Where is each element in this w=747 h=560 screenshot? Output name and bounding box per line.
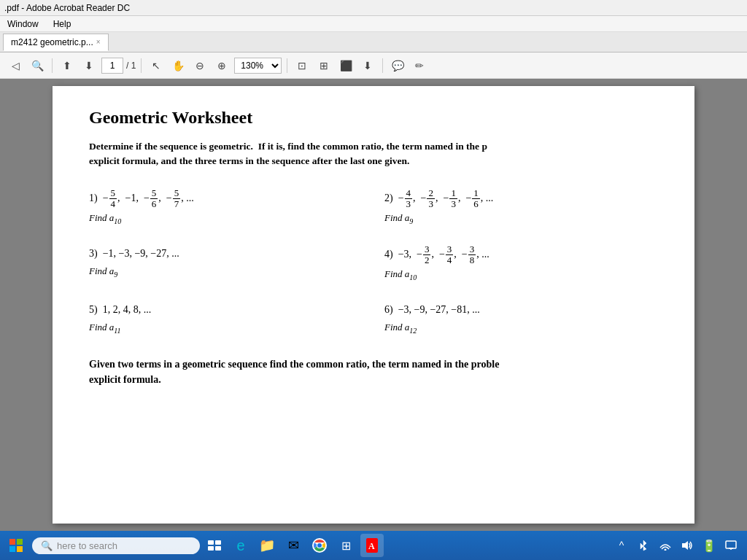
desktop-icon[interactable]	[722, 537, 740, 554]
acrobat-taskbar-icon[interactable]: A	[360, 534, 384, 557]
svg-text:A: A	[368, 541, 375, 551]
problem-3-find: Find a9	[89, 265, 363, 279]
bottom-section: Given two terms in a geometric sequence …	[89, 357, 658, 387]
svg-rect-15	[726, 541, 736, 548]
problem-6-find: Find a12	[384, 322, 658, 335]
problem-5: 5) 1, 2, 4, 8, ... Find a11	[89, 296, 363, 342]
title-text: .pdf - Adobe Acrobat Reader DC	[4, 3, 130, 13]
tab-pdf[interactable]: m2412 geometric.p... ×	[3, 34, 109, 51]
back-button[interactable]: ◁	[6, 56, 25, 75]
bluetooth-icon[interactable]	[635, 537, 652, 554]
svg-rect-2	[9, 546, 15, 552]
svg-rect-6	[208, 546, 214, 551]
problem-5-find: Find a11	[89, 322, 363, 335]
problem-5-content: 5) 1, 2, 4, 8, ...	[89, 300, 363, 319]
edit-button[interactable]: ✏	[410, 56, 429, 75]
problem-3: 3) −1, −3, −9, −27, ... Find a9	[89, 240, 363, 289]
zoom-in-button[interactable]: ⊕	[212, 56, 231, 75]
search-button[interactable]: 🔍	[28, 56, 47, 75]
battery-icon[interactable]: 🔋	[700, 537, 718, 554]
problem-6-content: 6) −3, −9, −27, −81, ...	[384, 300, 658, 319]
cursor-tool-button[interactable]: ↖	[147, 56, 166, 75]
problem-4-find: Find a10	[384, 268, 658, 281]
hand-tool-button[interactable]: ✋	[169, 56, 187, 75]
page-number-input[interactable]: 1	[101, 58, 123, 74]
problem-2-find: Find a9	[384, 212, 658, 225]
fit-page-button[interactable]: ⊡	[293, 56, 311, 75]
document-title: Geometric Worksheet	[89, 108, 658, 128]
svg-rect-1	[17, 539, 23, 545]
rotate-button[interactable]: ⬛	[336, 56, 355, 75]
svg-marker-14	[682, 541, 688, 550]
file-explorer-icon[interactable]: 📁	[255, 534, 279, 557]
notification-chevron[interactable]: ^	[613, 537, 630, 554]
problem-4-content: 4) −3, −32, −34, −38, ...	[384, 244, 658, 266]
volume-icon[interactable]	[678, 537, 696, 554]
title-bar: .pdf - Adobe Acrobat Reader DC	[0, 0, 747, 16]
prev-page-button[interactable]: ⬆	[58, 56, 77, 75]
download-button[interactable]: ⬇	[358, 56, 377, 75]
taskbar-right: ^ 🔋	[613, 537, 744, 554]
network-icon[interactable]	[657, 537, 674, 554]
taskview-button[interactable]	[203, 534, 226, 557]
svg-rect-5	[215, 540, 221, 545]
separator-2	[141, 58, 142, 73]
problem-2-content: 2) −43, −23, −13, −16, ...	[384, 188, 658, 210]
svg-point-10	[317, 543, 322, 548]
svg-rect-7	[215, 546, 221, 551]
separator-3	[287, 58, 287, 73]
problem-1: 1) −54, −1, −56, −57, ... Find a10	[89, 184, 363, 233]
mail-icon[interactable]: ✉	[282, 534, 305, 557]
toolbar: ◁ 🔍 ⬆ ⬇ 1 / 1 ↖ ✋ ⊖ ⊕ 50% 75% 100% 125% …	[0, 52, 747, 79]
apps-icon[interactable]: ⊞	[334, 534, 357, 557]
comment-button[interactable]: 💬	[388, 56, 407, 75]
problem-3-content: 3) −1, −3, −9, −27, ...	[89, 244, 363, 262]
fit-width-button[interactable]: ⊞	[314, 56, 333, 75]
svg-rect-0	[9, 539, 15, 545]
zoom-out-button[interactable]: ⊖	[190, 56, 209, 75]
problem-1-content: 1) −54, −1, −56, −57, ...	[89, 188, 363, 210]
svg-rect-4	[208, 540, 214, 545]
start-button[interactable]	[3, 532, 29, 559]
taskbar: 🔍 here to search e 📁 ✉ ⊞	[0, 531, 747, 560]
document-instructions: Determine if the sequence is geometric. …	[89, 139, 658, 169]
page-total-label: / 1	[126, 61, 136, 71]
separator-4	[382, 58, 383, 73]
problems-grid: 1) −54, −1, −56, −57, ... Find a10 2) −4…	[89, 184, 658, 342]
pdf-page: Geometric Worksheet Determine if the seq…	[53, 86, 694, 524]
menu-help[interactable]: Help	[50, 18, 74, 31]
separator-1	[52, 58, 53, 73]
svg-point-13	[665, 549, 667, 551]
next-page-button[interactable]: ⬇	[80, 56, 98, 75]
chrome-icon[interactable]	[308, 534, 331, 557]
problem-1-find: Find a10	[89, 212, 363, 225]
taskbar-search-placeholder: here to search	[57, 540, 117, 551]
problem-6: 6) −3, −9, −27, −81, ... Find a12	[384, 296, 658, 342]
taskbar-search-bar[interactable]: 🔍 here to search	[32, 537, 200, 554]
problem-2: 2) −43, −23, −13, −16, ... Find a9	[384, 184, 658, 233]
content-area: Geometric Worksheet Determine if the seq…	[0, 79, 747, 531]
zoom-select[interactable]: 50% 75% 100% 125% 130% 150% 200%	[234, 58, 282, 74]
search-icon: 🔍	[41, 540, 53, 551]
tab-bar: m2412 geometric.p... ×	[0, 32, 747, 52]
menu-window[interactable]: Window	[4, 18, 42, 31]
edge-icon[interactable]: e	[229, 534, 252, 557]
svg-rect-3	[17, 546, 23, 552]
tab-close-button[interactable]: ×	[96, 38, 101, 46]
problem-4: 4) −3, −32, −34, −38, ... Find a10	[384, 240, 658, 289]
tab-label: m2412 geometric.p...	[11, 37, 93, 47]
menu-bar: Window Help	[0, 16, 747, 32]
